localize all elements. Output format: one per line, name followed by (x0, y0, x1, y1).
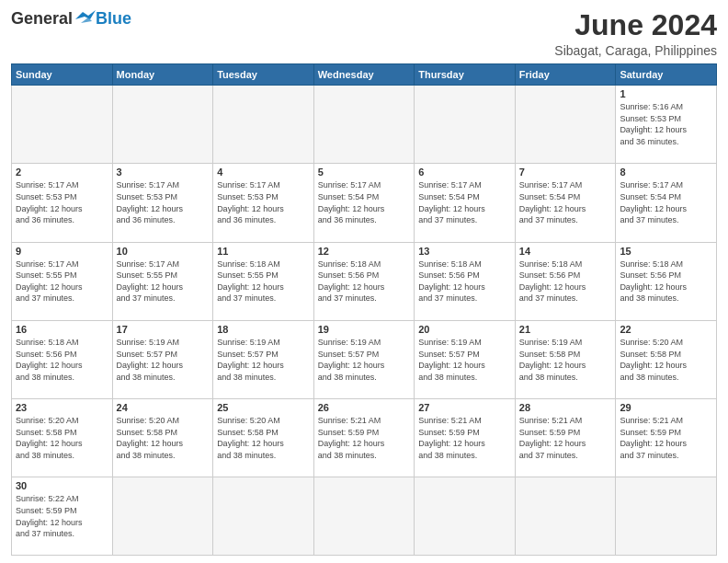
day-number: 11 (217, 246, 310, 257)
day-number: 27 (418, 402, 511, 413)
table-row: 12Sunrise: 5:18 AM Sunset: 5:56 PM Dayli… (313, 242, 415, 320)
table-row: 18Sunrise: 5:19 AM Sunset: 5:57 PM Dayli… (213, 320, 314, 398)
day-info: Sunrise: 5:17 AM Sunset: 5:54 PM Dayligh… (620, 179, 712, 225)
day-number: 22 (620, 324, 712, 335)
day-info: Sunrise: 5:20 AM Sunset: 5:58 PM Dayligh… (620, 337, 712, 383)
day-info: Sunrise: 5:21 AM Sunset: 5:59 PM Dayligh… (519, 415, 612, 461)
table-row: 20Sunrise: 5:19 AM Sunset: 5:57 PM Dayli… (415, 320, 516, 398)
logo: General Blue (11, 9, 131, 29)
table-row: 22Sunrise: 5:20 AM Sunset: 5:58 PM Dayli… (616, 320, 717, 398)
col-friday: Friday (515, 64, 616, 86)
logo-bird-icon (75, 10, 96, 27)
table-row (415, 477, 516, 556)
table-row: 23Sunrise: 5:20 AM Sunset: 5:58 PM Dayli… (12, 399, 113, 477)
table-row: 24Sunrise: 5:20 AM Sunset: 5:58 PM Dayli… (112, 399, 213, 477)
day-number: 21 (519, 324, 612, 335)
day-number: 24 (117, 402, 210, 413)
day-info: Sunrise: 5:21 AM Sunset: 5:59 PM Dayligh… (418, 415, 511, 461)
day-number: 23 (16, 402, 108, 413)
table-row: 28Sunrise: 5:21 AM Sunset: 5:59 PM Dayli… (515, 399, 616, 477)
table-row: 30Sunrise: 5:22 AM Sunset: 5:59 PM Dayli… (12, 477, 113, 556)
day-number: 10 (117, 246, 210, 257)
logo-area: General Blue (11, 9, 131, 29)
title-area: June 2024 Sibagat, Caraga, Philippines (554, 9, 717, 58)
day-number: 14 (519, 246, 612, 257)
col-thursday: Thursday (415, 64, 516, 86)
table-row: 8Sunrise: 5:17 AM Sunset: 5:54 PM Daylig… (616, 164, 717, 242)
col-sunday: Sunday (12, 64, 113, 86)
table-row: 4Sunrise: 5:17 AM Sunset: 5:53 PM Daylig… (213, 164, 314, 242)
col-saturday: Saturday (616, 64, 717, 86)
table-row: 29Sunrise: 5:21 AM Sunset: 5:59 PM Dayli… (616, 399, 717, 477)
calendar-week-6: 30Sunrise: 5:22 AM Sunset: 5:59 PM Dayli… (12, 477, 717, 556)
day-info: Sunrise: 5:17 AM Sunset: 5:53 PM Dayligh… (217, 179, 310, 225)
day-number: 25 (217, 402, 310, 413)
table-row (213, 477, 314, 556)
location-subtitle: Sibagat, Caraga, Philippines (554, 43, 717, 58)
table-row: 19Sunrise: 5:19 AM Sunset: 5:57 PM Dayli… (313, 320, 415, 398)
day-number: 17 (117, 324, 210, 335)
day-info: Sunrise: 5:22 AM Sunset: 5:59 PM Dayligh… (16, 493, 108, 539)
table-row (515, 86, 616, 164)
day-info: Sunrise: 5:18 AM Sunset: 5:56 PM Dayligh… (16, 337, 108, 383)
table-row: 11Sunrise: 5:18 AM Sunset: 5:55 PM Dayli… (213, 242, 314, 320)
day-info: Sunrise: 5:21 AM Sunset: 5:59 PM Dayligh… (620, 415, 712, 461)
calendar-week-3: 9Sunrise: 5:17 AM Sunset: 5:55 PM Daylig… (12, 242, 717, 320)
table-row (313, 86, 415, 164)
table-row: 3Sunrise: 5:17 AM Sunset: 5:53 PM Daylig… (112, 164, 213, 242)
day-info: Sunrise: 5:18 AM Sunset: 5:55 PM Dayligh… (217, 259, 310, 304)
day-info: Sunrise: 5:20 AM Sunset: 5:58 PM Dayligh… (16, 415, 108, 461)
table-row: 1Sunrise: 5:16 AM Sunset: 5:53 PM Daylig… (616, 86, 717, 164)
day-number: 1 (620, 88, 712, 99)
day-info: Sunrise: 5:18 AM Sunset: 5:56 PM Dayligh… (418, 259, 511, 304)
table-row: 7Sunrise: 5:17 AM Sunset: 5:54 PM Daylig… (515, 164, 616, 242)
day-number: 18 (217, 324, 310, 335)
day-info: Sunrise: 5:17 AM Sunset: 5:54 PM Dayligh… (418, 179, 511, 225)
day-number: 13 (418, 246, 511, 257)
day-info: Sunrise: 5:17 AM Sunset: 5:55 PM Dayligh… (117, 259, 210, 304)
day-number: 20 (418, 324, 511, 335)
table-row: 27Sunrise: 5:21 AM Sunset: 5:59 PM Dayli… (415, 399, 516, 477)
table-row: 14Sunrise: 5:18 AM Sunset: 5:56 PM Dayli… (515, 242, 616, 320)
day-info: Sunrise: 5:18 AM Sunset: 5:56 PM Dayligh… (620, 259, 712, 304)
table-row (213, 86, 314, 164)
calendar-week-4: 16Sunrise: 5:18 AM Sunset: 5:56 PM Dayli… (12, 320, 717, 398)
header: General Blue June 2024 Sibagat, Caraga, … (11, 9, 717, 58)
calendar-week-2: 2Sunrise: 5:17 AM Sunset: 5:53 PM Daylig… (12, 164, 717, 242)
day-number: 4 (217, 167, 310, 178)
col-wednesday: Wednesday (313, 64, 415, 86)
table-row (12, 86, 113, 164)
table-row: 9Sunrise: 5:17 AM Sunset: 5:55 PM Daylig… (12, 242, 113, 320)
day-number: 30 (16, 480, 108, 491)
day-number: 7 (519, 167, 612, 178)
day-info: Sunrise: 5:17 AM Sunset: 5:55 PM Dayligh… (16, 259, 108, 304)
day-number: 29 (620, 402, 712, 413)
table-row: 15Sunrise: 5:18 AM Sunset: 5:56 PM Dayli… (616, 242, 717, 320)
day-info: Sunrise: 5:19 AM Sunset: 5:57 PM Dayligh… (217, 337, 310, 383)
table-row: 17Sunrise: 5:19 AM Sunset: 5:57 PM Dayli… (112, 320, 213, 398)
calendar-header-row: Sunday Monday Tuesday Wednesday Thursday… (12, 64, 717, 86)
page: General Blue June 2024 Sibagat, Caraga, … (0, 0, 728, 563)
calendar-week-1: 1Sunrise: 5:16 AM Sunset: 5:53 PM Daylig… (12, 86, 717, 164)
table-row: 6Sunrise: 5:17 AM Sunset: 5:54 PM Daylig… (415, 164, 516, 242)
day-info: Sunrise: 5:20 AM Sunset: 5:58 PM Dayligh… (217, 415, 310, 461)
table-row (112, 86, 213, 164)
day-info: Sunrise: 5:18 AM Sunset: 5:56 PM Dayligh… (519, 259, 612, 304)
table-row (112, 477, 213, 556)
day-number: 26 (318, 402, 411, 413)
day-info: Sunrise: 5:19 AM Sunset: 5:57 PM Dayligh… (418, 337, 511, 383)
day-number: 16 (16, 324, 108, 335)
day-info: Sunrise: 5:17 AM Sunset: 5:54 PM Dayligh… (519, 179, 612, 225)
day-info: Sunrise: 5:19 AM Sunset: 5:58 PM Dayligh… (519, 337, 612, 383)
day-number: 15 (620, 246, 712, 257)
logo-blue: Blue (96, 9, 131, 29)
calendar-week-5: 23Sunrise: 5:20 AM Sunset: 5:58 PM Dayli… (12, 399, 717, 477)
day-number: 6 (418, 167, 511, 178)
day-info: Sunrise: 5:19 AM Sunset: 5:57 PM Dayligh… (117, 337, 210, 383)
day-info: Sunrise: 5:17 AM Sunset: 5:54 PM Dayligh… (318, 179, 411, 225)
col-tuesday: Tuesday (213, 64, 314, 86)
col-monday: Monday (112, 64, 213, 86)
day-info: Sunrise: 5:17 AM Sunset: 5:53 PM Dayligh… (16, 179, 108, 225)
table-row: 5Sunrise: 5:17 AM Sunset: 5:54 PM Daylig… (313, 164, 415, 242)
table-row: 21Sunrise: 5:19 AM Sunset: 5:58 PM Dayli… (515, 320, 616, 398)
